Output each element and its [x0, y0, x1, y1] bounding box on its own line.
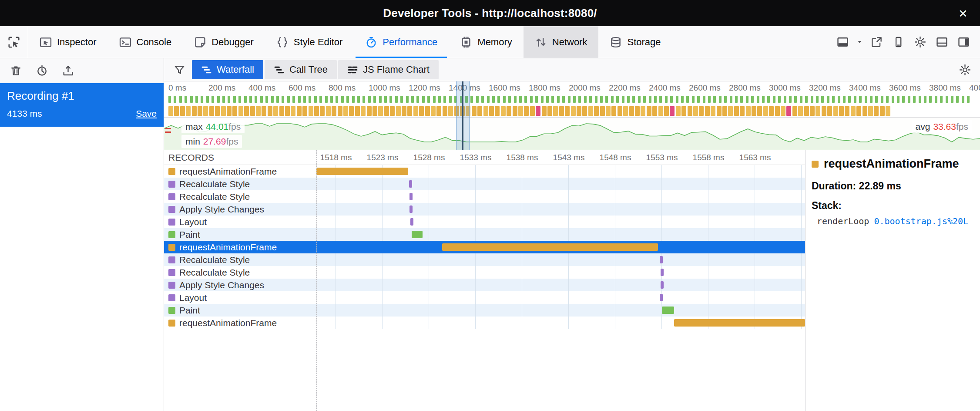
- split-console-button[interactable]: [932, 33, 951, 52]
- ruler-label: 3000 ms: [769, 83, 801, 93]
- waterfall-row-label: requestAnimationFrame: [164, 241, 316, 253]
- marker-color-swatch-icon: [168, 256, 175, 263]
- caret-down-button[interactable]: [855, 33, 864, 52]
- marker-bar[interactable]: [660, 294, 663, 301]
- overview-tick: [595, 96, 597, 103]
- detail-title: requestAnimationFrame: [812, 157, 980, 171]
- overview-frame-block: [530, 106, 535, 116]
- close-window-button[interactable]: ×: [952, 0, 974, 26]
- view-button-js-flame-chart[interactable]: JS Flame Chart: [338, 60, 439, 79]
- marker-bar[interactable]: [412, 231, 423, 238]
- overview-frame-block: [367, 106, 372, 116]
- waterfall-row[interactable]: Apply Style Changes: [164, 203, 805, 216]
- waterfall-row[interactable]: Layout: [164, 216, 805, 228]
- dock-bottom-button[interactable]: [833, 33, 852, 52]
- overview-tick: [892, 96, 894, 103]
- waterfall-row[interactable]: Recalculate Style: [164, 190, 805, 203]
- clear-recordings-button[interactable]: [6, 61, 25, 80]
- timeline-overview[interactable]: 0 ms200 ms400 ms600 ms800 ms1000 ms1200 …: [164, 81, 980, 150]
- tab-performance[interactable]: Performance: [354, 26, 449, 58]
- overview-tick: [309, 96, 311, 103]
- recording-item[interactable]: Recording #1 4133 ms Save: [0, 83, 164, 127]
- overview-frame-block: [746, 106, 751, 116]
- waterfall-row[interactable]: requestAnimationFrame: [164, 241, 805, 253]
- marker-bar[interactable]: [660, 256, 663, 263]
- devtools-tabbar: InspectorConsoleDebuggerStyle EditorPerf…: [0, 26, 980, 58]
- overview-tick: [514, 96, 517, 103]
- performance-settings-button[interactable]: [955, 60, 975, 79]
- stack-source-link[interactable]: 0.bootstrap.js%20L: [874, 216, 968, 226]
- overview-frame-block: [402, 106, 406, 116]
- marker-bar[interactable]: [316, 168, 408, 175]
- selection-grip[interactable]: [462, 81, 463, 150]
- waterfall-row[interactable]: requestAnimationFrame: [164, 165, 805, 178]
- tab-style-editor[interactable]: Style Editor: [265, 26, 354, 58]
- dock-right-button[interactable]: [954, 33, 973, 52]
- overview-tick: [627, 96, 630, 103]
- overview-frame-block: [722, 106, 727, 116]
- overview-tick: [185, 96, 187, 103]
- waterfall-row[interactable]: Paint: [164, 228, 805, 241]
- split-console-icon: [936, 36, 948, 48]
- overview-frame-block: [396, 106, 401, 116]
- waterfall-row[interactable]: Apply Style Changes: [164, 279, 805, 291]
- overview-tick: [767, 96, 770, 103]
- overview-tick: [670, 96, 673, 103]
- ruler-label: 2800 ms: [729, 83, 761, 93]
- overview-tick: [762, 96, 765, 103]
- timer-button[interactable]: [32, 61, 51, 80]
- overview-tick: [201, 96, 203, 103]
- save-recording-link[interactable]: Save: [136, 108, 157, 119]
- waterfall-row[interactable]: Layout: [164, 291, 805, 304]
- overview-frames-row: [164, 105, 980, 117]
- overview-tick: [816, 96, 819, 103]
- waterfall-row[interactable]: Recalculate Style: [164, 178, 805, 190]
- waterfall-row[interactable]: Paint: [164, 304, 805, 317]
- pick-element-icon: [7, 36, 20, 49]
- marker-bar[interactable]: [661, 269, 664, 276]
- marker-bar[interactable]: [442, 243, 658, 251]
- waterfall-row[interactable]: Recalculate Style: [164, 253, 805, 266]
- tab-storage[interactable]: Storage: [598, 26, 672, 58]
- popout-button[interactable]: [867, 33, 886, 52]
- waterfall-row-label: requestAnimationFrame: [164, 317, 316, 329]
- overview-tick: [179, 96, 182, 103]
- tab-memory[interactable]: Memory: [449, 26, 523, 58]
- marker-bar[interactable]: [662, 307, 674, 314]
- overview-tick: [287, 96, 290, 103]
- overview-tick: [336, 96, 338, 103]
- overview-tick: [794, 96, 797, 103]
- responsive-design-button[interactable]: [889, 33, 908, 52]
- overview-selection[interactable]: [456, 81, 470, 150]
- overview-tick: [578, 96, 581, 103]
- marker-bar[interactable]: [409, 180, 412, 188]
- tab-debugger[interactable]: Debugger: [183, 26, 265, 58]
- view-button-call-tree[interactable]: Call Tree: [265, 60, 337, 79]
- pick-element-button[interactable]: [0, 26, 28, 58]
- overview-frame-block: [594, 106, 599, 116]
- view-button-waterfall[interactable]: Waterfall: [192, 60, 263, 79]
- tab-inspector[interactable]: Inspector: [28, 26, 108, 58]
- waterfall-row[interactable]: requestAnimationFrame: [164, 317, 805, 329]
- marker-bar[interactable]: [674, 319, 805, 327]
- tab-network[interactable]: Network: [524, 26, 599, 58]
- overview-frame-block: [681, 106, 686, 116]
- overview-tick: [174, 96, 176, 103]
- overview-tick: [859, 96, 862, 103]
- tab-console[interactable]: Console: [108, 26, 183, 58]
- marker-bar[interactable]: [410, 218, 413, 226]
- overview-frame-block: [320, 106, 325, 116]
- marker-bar[interactable]: [409, 206, 413, 213]
- overview-tick: [611, 96, 614, 103]
- waterfall-row[interactable]: Recalculate Style: [164, 266, 805, 279]
- overview-frame-block: [781, 106, 785, 116]
- marker-bar[interactable]: [661, 281, 664, 289]
- fps-min-label: min27.69fps: [181, 135, 242, 148]
- overview-tick: [487, 96, 490, 103]
- settings-gear-button[interactable]: [910, 33, 930, 52]
- import-button[interactable]: [58, 61, 77, 80]
- overview-tick: [719, 96, 722, 103]
- overview-frame-block: [851, 106, 856, 116]
- marker-bar[interactable]: [409, 193, 413, 200]
- filter-button[interactable]: [169, 60, 189, 79]
